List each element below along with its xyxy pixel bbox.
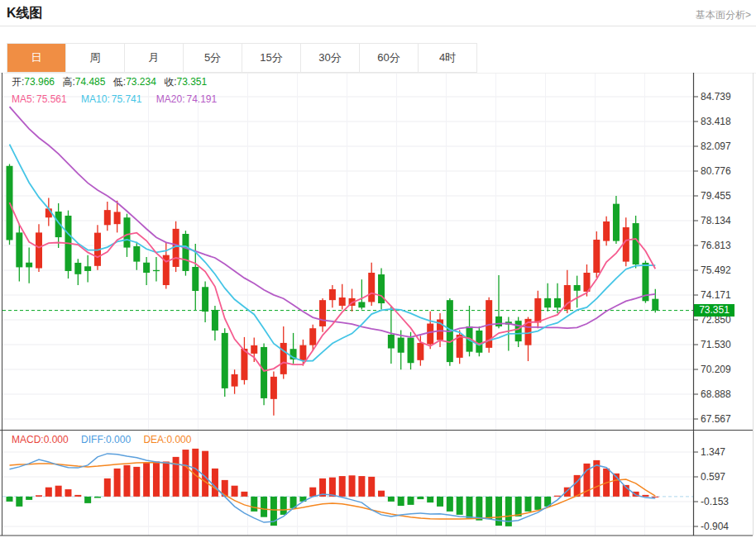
- macd-value: 0.000: [44, 434, 69, 445]
- ma-row: MA5:75.561 MA10:75.741 MA20:74.191: [12, 93, 222, 105]
- y-axis-tick: 67.567: [701, 413, 731, 425]
- y-axis-tick: 74.171: [701, 289, 731, 301]
- y-axis-tick: 0.597: [701, 471, 725, 483]
- ma20-label: MA20:: [156, 93, 185, 105]
- ohlc-row: 开:73.966 高:74.485 低:73.234 收:73.351: [12, 75, 212, 89]
- current-price-badge: 73.351: [694, 304, 734, 317]
- ma20-value: 74.191: [186, 93, 217, 105]
- y-axis-tick: 84.739: [701, 91, 731, 102]
- open-value: 73.966: [24, 76, 55, 88]
- ma5-label: MA5:: [12, 93, 35, 105]
- open-label: 开:: [12, 76, 24, 88]
- macd-label: MACD:: [12, 434, 44, 445]
- ma10-value: 75.741: [112, 93, 142, 105]
- close-label: 收:: [164, 76, 176, 88]
- y-axis-tick: 71.530: [701, 339, 731, 350]
- dea-value: 0.000: [166, 434, 191, 445]
- y-axis-tick: 83.418: [701, 116, 731, 127]
- ma10-label: MA10:: [81, 93, 110, 105]
- macd-row: MACD:0.000 DIFF:0.000 DEA:0.000: [12, 434, 196, 445]
- y-axis-tick: 75.492: [701, 264, 731, 276]
- low-value: 73.234: [126, 76, 156, 88]
- dea-label: DEA:: [143, 434, 166, 445]
- high-label: 高:: [62, 76, 74, 88]
- y-axis-tick: 68.888: [701, 388, 731, 400]
- kline-page: K线图 基本面分析> 日周月5分15分30分60分4时 84.73983.418…: [0, 0, 756, 538]
- ma5-value: 75.561: [36, 93, 67, 105]
- high-value: 74.485: [75, 76, 106, 88]
- diff-label: DIFF:: [81, 434, 106, 445]
- diff-value: 0.000: [106, 434, 131, 445]
- y-axis-tick: 76.813: [701, 240, 731, 251]
- y-axis-tick: 78.134: [701, 215, 731, 226]
- close-value: 73.351: [177, 76, 208, 88]
- y-axis-tick: 1.347: [701, 446, 725, 458]
- y-axis-tick: 80.776: [701, 165, 731, 177]
- y-axis-tick: -0.904: [701, 521, 729, 532]
- low-label: 低:: [113, 76, 126, 88]
- y-axis-tick: -0.153: [701, 496, 729, 507]
- y-axis-tick: 70.209: [701, 364, 731, 375]
- y-axis-tick: 79.455: [701, 190, 731, 202]
- y-axis-tick: 82.097: [701, 140, 731, 152]
